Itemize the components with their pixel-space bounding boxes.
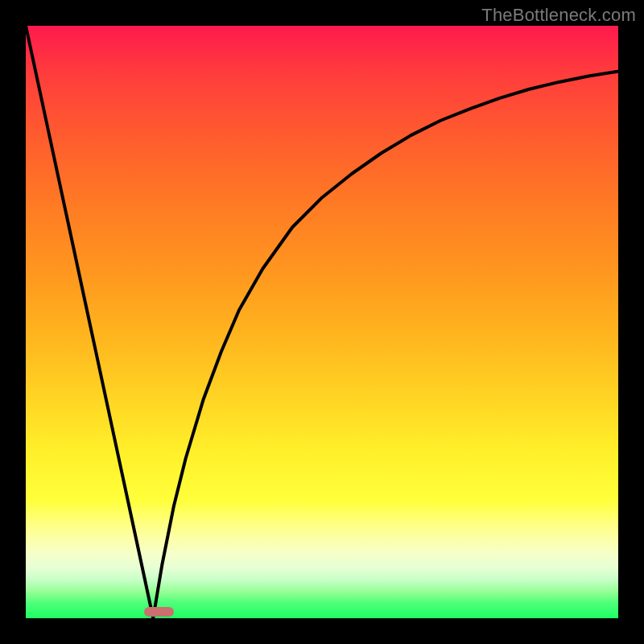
plot-area [26,26,618,618]
bottleneck-curve [26,26,618,618]
optimal-range-marker [144,607,174,617]
curve-path [26,26,618,618]
outer-frame: TheBottleneck.com [0,0,644,644]
watermark-text: TheBottleneck.com [481,5,636,26]
